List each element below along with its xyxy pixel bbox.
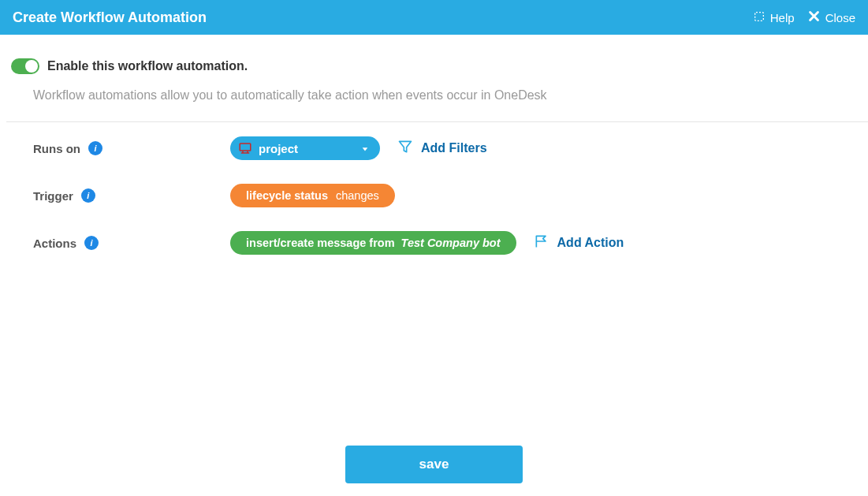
dialog-footer: save <box>0 446 868 483</box>
toggle-knob <box>25 60 38 73</box>
project-icon <box>238 141 252 155</box>
action-pill[interactable]: insert/create message from Test Company … <box>230 231 516 255</box>
close-button[interactable]: Close <box>807 9 855 25</box>
close-icon <box>807 9 821 25</box>
flag-icon <box>534 233 549 252</box>
svg-marker-7 <box>363 147 368 151</box>
enable-toggle[interactable] <box>11 58 39 74</box>
save-button[interactable]: save <box>345 446 523 483</box>
actions-row: Actions i insert/create message from Tes… <box>33 231 836 255</box>
trigger-condition: changes <box>336 189 379 202</box>
dialog-title: Create Workflow Automation <box>13 9 207 26</box>
svg-rect-3 <box>240 144 251 151</box>
runs-on-label-group: Runs on i <box>33 141 230 155</box>
dialog-header: Create Workflow Automation Help Close <box>0 0 868 35</box>
add-action-button[interactable]: Add Action <box>534 233 624 252</box>
trigger-field: lifecycle status <box>246 189 328 202</box>
enable-label: Enable this workflow automation. <box>47 59 248 73</box>
filter-icon <box>397 139 413 158</box>
runs-on-row: Runs on i project <box>33 136 836 160</box>
help-button[interactable]: Help <box>753 10 795 25</box>
actions-label: Actions <box>33 237 76 250</box>
action-text: insert/create message from <box>246 237 395 249</box>
help-icon <box>753 10 766 25</box>
svg-marker-8 <box>400 141 412 151</box>
runs-on-dropdown[interactable]: project <box>230 136 380 160</box>
description-text: Workflow automations allow you to automa… <box>33 88 836 103</box>
info-icon[interactable]: i <box>88 141 102 155</box>
runs-on-label: Runs on <box>33 142 80 155</box>
trigger-label-group: Trigger i <box>33 188 230 203</box>
help-label: Help <box>770 11 795 24</box>
header-actions: Help Close <box>753 9 855 25</box>
runs-on-value: project <box>259 142 298 155</box>
trigger-row: Trigger i lifecycle status changes <box>33 184 836 207</box>
actions-label-group: Actions i <box>33 236 230 250</box>
add-action-label: Add Action <box>557 236 624 250</box>
svg-rect-0 <box>754 12 763 21</box>
info-icon[interactable]: i <box>84 236 99 250</box>
chevron-down-icon <box>361 142 369 155</box>
trigger-label: Trigger <box>33 189 73 203</box>
info-icon[interactable]: i <box>81 188 95 203</box>
enable-row: Enable this workflow automation. <box>11 58 836 74</box>
dialog-content: Enable this workflow automation. Workflo… <box>0 35 868 286</box>
trigger-pill[interactable]: lifecycle status changes <box>230 184 395 207</box>
action-value: Test Company bot <box>401 237 501 249</box>
section-divider <box>6 121 868 122</box>
add-filters-button[interactable]: Add Filters <box>397 139 487 158</box>
add-filters-label: Add Filters <box>421 141 487 155</box>
close-label: Close <box>825 11 855 24</box>
